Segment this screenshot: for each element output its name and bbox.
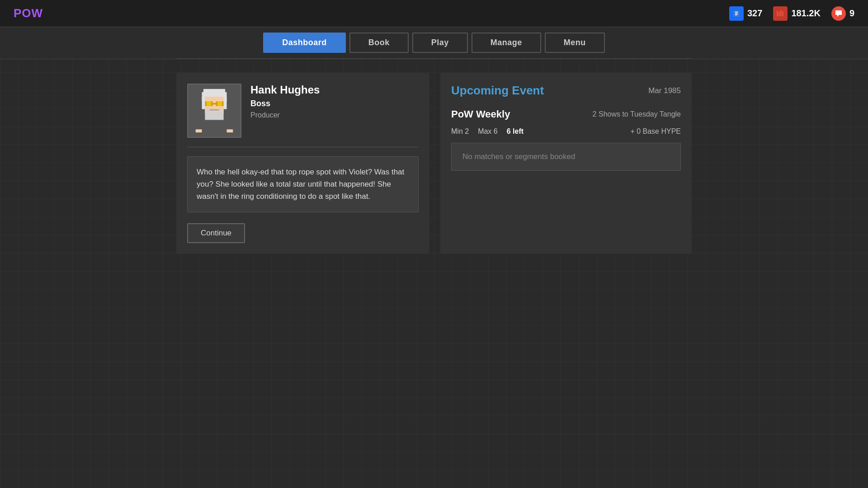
svg-rect-1 — [735, 12, 738, 13]
svg-rect-9 — [203, 89, 225, 97]
min-stat: Min 2 — [451, 127, 469, 136]
character-role: Boss — [250, 99, 320, 108]
upcoming-date: Mar 1985 — [648, 86, 681, 95]
event-stats-left: Min 2 Max 6 6 left — [451, 127, 524, 136]
topbar: POW 327 181.2K — [0, 0, 868, 27]
svg-rect-17 — [217, 101, 222, 106]
event-name-row: PoW Weekly 2 Shows to Tuesday Tangle — [451, 108, 681, 120]
right-panel: Upcoming Event Mar 1985 PoW Weekly 2 Sho… — [440, 73, 692, 254]
no-matches-text: No matches or segments booked — [462, 152, 575, 161]
avatar — [187, 84, 241, 138]
event-stats-row: Min 2 Max 6 6 left + 0 Base HYPE — [451, 127, 681, 136]
tab-book[interactable]: Book — [349, 33, 409, 53]
svg-rect-21 — [210, 109, 219, 111]
svg-rect-20 — [219, 108, 222, 114]
notification-icon — [831, 6, 846, 21]
continue-button[interactable]: Continue — [187, 223, 245, 243]
svg-rect-22 — [202, 120, 227, 133]
event-subtitle: 2 Shows to Tuesday Tangle — [593, 110, 681, 118]
hype-value: + 0 Base HYPE — [630, 127, 681, 136]
left-stat: 6 left — [507, 127, 524, 136]
svg-rect-5 — [778, 12, 780, 16]
upcoming-title: Upcoming Event — [451, 84, 544, 98]
max-stat: Max 6 — [478, 127, 498, 136]
event-name: PoW Weekly — [451, 108, 510, 120]
tab-dashboard[interactable]: Dashboard — [263, 33, 346, 53]
svg-rect-23 — [196, 120, 202, 130]
svg-rect-24 — [227, 120, 233, 130]
character-header: Hank Hughes Boss Producer — [187, 84, 419, 147]
svg-rect-6 — [780, 10, 782, 16]
tab-manage[interactable]: Manage — [472, 33, 541, 53]
topbar-stats: 327 181.2K 9 — [729, 6, 854, 21]
svg-rect-19 — [207, 108, 210, 114]
svg-rect-16 — [207, 101, 211, 106]
character-info: Hank Hughes Boss Producer — [250, 84, 320, 119]
svg-rect-4 — [777, 11, 778, 16]
svg-rect-3 — [735, 15, 737, 15]
cash-value: 181.2K — [791, 8, 821, 19]
stat-currency: 327 — [729, 6, 762, 21]
svg-rect-15 — [213, 103, 216, 104]
stat-notifications: 9 — [831, 6, 854, 21]
svg-rect-25 — [196, 129, 202, 132]
svg-rect-26 — [227, 129, 233, 132]
no-matches-box: No matches or segments booked — [451, 143, 681, 171]
stat-cash: 181.2K — [773, 6, 821, 21]
svg-rect-28 — [224, 97, 227, 109]
message-text: Who the hell okay-ed that top rope spot … — [197, 168, 404, 201]
svg-rect-2 — [735, 14, 738, 14]
tab-menu[interactable]: Menu — [545, 33, 605, 53]
app-title: POW — [14, 6, 43, 20]
character-title: Producer — [250, 111, 320, 119]
currency-value: 327 — [747, 8, 762, 19]
tab-play[interactable]: Play — [412, 33, 468, 53]
character-name: Hank Hughes — [250, 84, 320, 96]
main-content: Hank Hughes Boss Producer Who the hell o… — [176, 59, 692, 267]
message-box: Who the hell okay-ed that top rope spot … — [187, 156, 419, 212]
notification-count: 9 — [849, 8, 854, 19]
currency-icon — [729, 6, 744, 21]
svg-rect-7 — [782, 11, 783, 16]
navbar: Dashboard Book Play Manage Menu — [176, 27, 692, 59]
left-panel: Hank Hughes Boss Producer Who the hell o… — [176, 73, 429, 254]
cash-icon — [773, 6, 788, 21]
upcoming-header: Upcoming Event Mar 1985 — [451, 84, 681, 98]
svg-rect-27 — [202, 97, 205, 109]
